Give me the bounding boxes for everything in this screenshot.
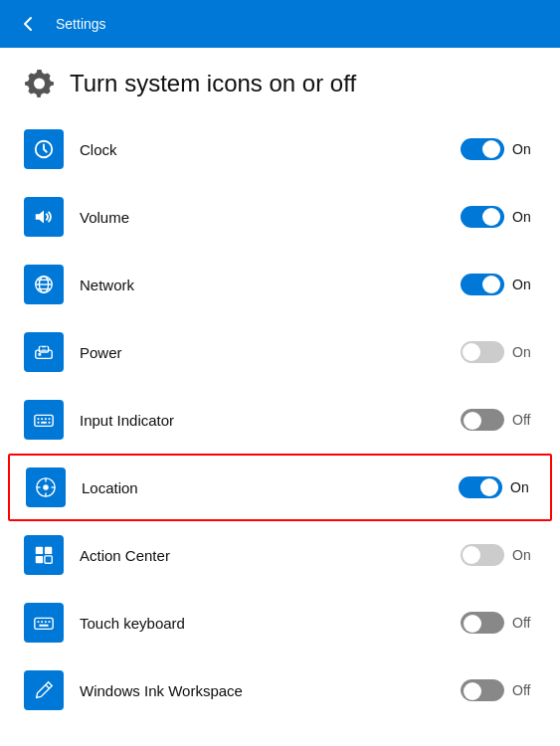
- setting-row-network: NetworkOn: [0, 251, 560, 318]
- toggle-container-clock: On: [461, 138, 536, 160]
- setting-label-windows-ink: Windows Ink Workspace: [80, 682, 461, 699]
- setting-row-touch-keyboard: Touch keyboardOff: [0, 589, 560, 656]
- svg-rect-33: [45, 621, 47, 623]
- svg-rect-30: [35, 618, 53, 629]
- toggle-status-action-center: On: [512, 547, 536, 563]
- setting-row-input-indicator: Input IndicatorOff: [0, 386, 560, 454]
- settings-list: ClockOnVolumeOnNetworkOnPowerOnInput Ind…: [0, 115, 560, 740]
- toggle-container-network: On: [461, 274, 536, 295]
- toggle-knob-location: [480, 478, 498, 496]
- toggle-container-touch-keyboard: Off: [461, 612, 536, 634]
- svg-point-21: [43, 484, 49, 490]
- toggle-touch-keyboard[interactable]: [461, 612, 504, 634]
- svg-rect-17: [38, 422, 40, 424]
- toggle-container-windows-ink: Off: [461, 679, 536, 701]
- page-title: Turn system icons on or off: [70, 70, 356, 97]
- location-icon: [26, 467, 66, 507]
- toggle-knob-volume: [482, 208, 500, 226]
- svg-rect-27: [45, 547, 52, 554]
- power-icon: [24, 332, 64, 372]
- keyboard-icon: [24, 400, 64, 440]
- toggle-power[interactable]: [461, 341, 504, 363]
- toggle-status-location: On: [510, 479, 534, 495]
- svg-rect-31: [38, 621, 40, 623]
- setting-label-network: Network: [80, 277, 461, 293]
- toggle-volume[interactable]: [461, 206, 504, 228]
- svg-rect-28: [36, 556, 43, 563]
- setting-row-location: LocationOn: [8, 454, 552, 521]
- svg-rect-34: [49, 621, 51, 623]
- back-button[interactable]: [12, 8, 44, 40]
- svg-rect-32: [41, 621, 43, 623]
- toggle-status-input-indicator: Off: [512, 412, 536, 428]
- toggle-knob-network: [482, 276, 500, 293]
- setting-label-clock: Clock: [80, 141, 461, 158]
- svg-marker-1: [36, 211, 44, 224]
- svg-rect-19: [49, 422, 51, 424]
- setting-label-touch-keyboard: Touch keyboard: [80, 615, 461, 632]
- gear-icon: [24, 68, 56, 99]
- clock-icon: [24, 129, 64, 169]
- toggle-container-power: On: [461, 341, 536, 363]
- svg-rect-14: [41, 418, 43, 420]
- volume-icon: [24, 197, 64, 237]
- toggle-input-indicator[interactable]: [461, 409, 504, 431]
- toggle-container-location: On: [459, 476, 534, 498]
- toggle-status-power: On: [512, 344, 536, 360]
- setting-row-action-center: Action CenterOn: [0, 521, 560, 589]
- svg-rect-16: [49, 418, 51, 420]
- svg-rect-26: [36, 547, 43, 554]
- toggle-status-clock: On: [512, 141, 536, 157]
- toggle-status-volume: On: [512, 209, 536, 225]
- svg-line-36: [46, 685, 50, 689]
- svg-rect-13: [38, 418, 40, 420]
- toggle-action-center[interactable]: [461, 544, 504, 566]
- touch-keyboard-icon: [24, 603, 64, 643]
- setting-label-power: Power: [80, 344, 461, 361]
- svg-rect-11: [39, 353, 42, 356]
- setting-row-volume: VolumeOn: [0, 183, 560, 251]
- network-icon: [24, 265, 64, 304]
- svg-rect-15: [45, 418, 47, 420]
- toggle-knob-windows-ink: [464, 682, 481, 700]
- setting-label-input-indicator: Input Indicator: [80, 412, 461, 429]
- setting-row-clock: ClockOn: [0, 115, 560, 183]
- svg-rect-18: [41, 422, 47, 424]
- toggle-knob-input-indicator: [464, 412, 481, 430]
- toggle-clock[interactable]: [461, 138, 504, 160]
- header-title: Settings: [56, 16, 106, 32]
- toggle-status-touch-keyboard: Off: [512, 615, 536, 631]
- svg-rect-12: [35, 415, 53, 426]
- toggle-knob-action-center: [463, 546, 480, 564]
- toggle-container-input-indicator: Off: [461, 409, 536, 431]
- setting-label-location: Location: [82, 479, 459, 496]
- setting-row-power: PowerOn: [0, 318, 560, 386]
- toggle-container-action-center: On: [461, 544, 536, 566]
- pen-icon: [24, 670, 64, 710]
- toggle-location[interactable]: [459, 476, 502, 498]
- toggle-knob-clock: [482, 140, 500, 158]
- toggle-status-windows-ink: Off: [512, 682, 536, 698]
- toggle-windows-ink[interactable]: [461, 679, 504, 701]
- setting-label-action-center: Action Center: [80, 547, 461, 564]
- toggle-knob-power: [463, 343, 480, 361]
- svg-rect-35: [39, 625, 48, 627]
- action-center-icon: [24, 535, 64, 575]
- svg-rect-29: [45, 556, 52, 563]
- page-title-area: Turn system icons on or off: [0, 48, 560, 115]
- header: Settings: [0, 0, 560, 48]
- toggle-knob-touch-keyboard: [464, 615, 481, 633]
- setting-row-windows-ink: Windows Ink WorkspaceOff: [0, 656, 560, 724]
- toggle-container-volume: On: [461, 206, 536, 228]
- toggle-network[interactable]: [461, 274, 504, 295]
- toggle-status-network: On: [512, 277, 536, 292]
- setting-label-volume: Volume: [80, 209, 461, 226]
